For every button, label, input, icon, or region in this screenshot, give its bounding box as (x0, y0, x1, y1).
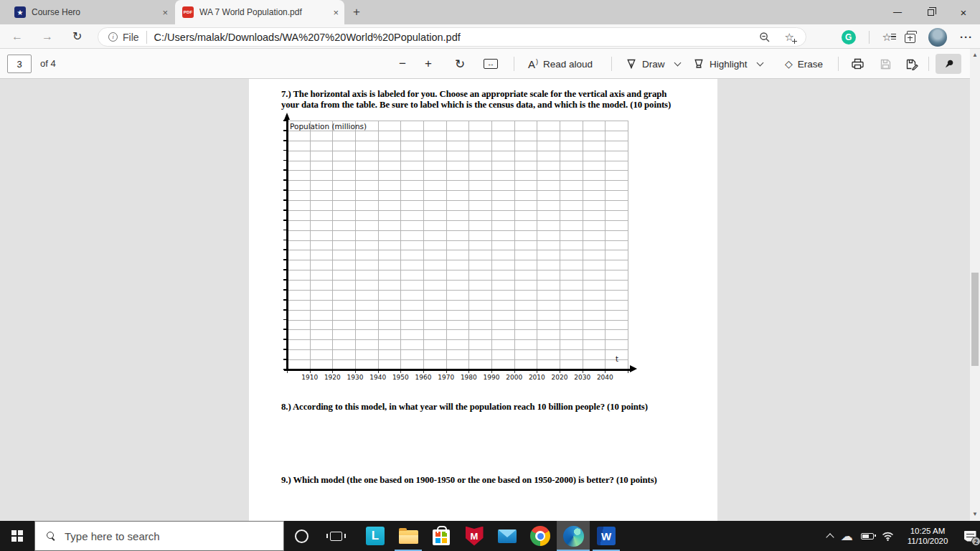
print-button[interactable] (851, 49, 864, 79)
x-tick-label: 2030 (570, 374, 595, 381)
taskbar-app-store[interactable] (425, 521, 458, 551)
zoom-out-button[interactable]: − (399, 49, 406, 79)
taskbar-clock[interactable]: 10:25 AM 11/10/2020 (902, 526, 953, 546)
zoom-indicator-icon[interactable] (759, 32, 771, 43)
taskbar-app-edge-active[interactable] (557, 521, 590, 551)
course-hero-favicon-icon: ★ (14, 6, 26, 18)
chevron-down-icon[interactable] (756, 60, 763, 67)
vertical-scrollbar[interactable]: ▲ ▼ (970, 49, 980, 521)
x-tick-label: 1950 (387, 374, 413, 381)
action-center-button[interactable]: 2 (961, 521, 979, 551)
save-icon (880, 58, 892, 70)
divider (838, 57, 839, 71)
taskbar-app-chrome[interactable] (524, 521, 557, 551)
save-as-icon (905, 58, 918, 70)
scrollbar-thumb[interactable] (971, 273, 979, 366)
tab-close-icon[interactable]: × (162, 7, 168, 18)
add-favorite-icon[interactable]: ☆ (785, 32, 794, 42)
refresh-button[interactable]: ↻ (72, 29, 82, 44)
onedrive-cloud-icon[interactable]: ☁ (841, 529, 853, 543)
save-button[interactable] (880, 49, 892, 79)
fit-to-width-button[interactable]: ↔ (484, 49, 498, 79)
back-button[interactable]: ← (11, 29, 23, 44)
profile-avatar[interactable] (928, 28, 947, 47)
grammarly-extension-icon[interactable]: G (842, 30, 856, 44)
rotate-button[interactable]: ↻ (455, 49, 465, 79)
x-tick-label: 1930 (342, 374, 368, 381)
taskbar-app-l[interactable]: L (359, 521, 392, 551)
task-view-button[interactable] (319, 521, 353, 551)
battery-icon[interactable] (861, 533, 874, 540)
taskbar-search-input[interactable]: Type here to search (34, 521, 284, 551)
minimize-button[interactable]: — (881, 0, 914, 24)
x-tick-label: 1940 (365, 374, 391, 381)
pdf-viewer-area: 7.) The horizontal axis is labeled for y… (0, 79, 980, 521)
y-axis-label: Population (millions) (290, 122, 367, 131)
mcafee-shield-icon: M (466, 527, 484, 546)
task-view-icon (330, 532, 342, 541)
x-tick-label: 1980 (456, 374, 481, 381)
url-field[interactable]: i File C:/Users/malak/Downloads/WA%207%2… (98, 27, 806, 47)
protocol-label: File (123, 32, 139, 43)
close-button[interactable]: × (947, 0, 980, 24)
taskbar-apps: L M W (359, 521, 623, 551)
start-button[interactable] (0, 521, 34, 551)
url-text: C:/Users/malak/Downloads/WA%207%20World%… (154, 32, 753, 43)
search-icon (47, 532, 55, 540)
draw-button[interactable]: Draw (626, 49, 680, 79)
wifi-icon[interactable] (882, 532, 894, 541)
restore-button[interactable] (914, 0, 947, 24)
fit-width-icon: ↔ (484, 59, 498, 69)
forward-button[interactable]: → (42, 29, 53, 44)
page-number-input[interactable]: 3 (7, 55, 32, 73)
tab-course-hero[interactable]: ★ Course Hero × (7, 0, 174, 24)
x-tick-label: 1990 (479, 374, 504, 381)
highlight-button[interactable]: Highlight (693, 49, 763, 79)
question-8: 8.) According to this model, in what yea… (281, 402, 648, 413)
edge-icon (563, 526, 584, 547)
show-hidden-icons-chevron[interactable] (826, 533, 834, 541)
save-as-button[interactable] (905, 49, 918, 79)
taskbar-app-word[interactable]: W (590, 521, 623, 551)
tab-title: WA 7 World Population.pdf (199, 7, 329, 17)
zoom-in-button[interactable]: + (425, 49, 432, 79)
erase-button[interactable]: ◇ Erase (785, 49, 823, 79)
taskbar: Type here to search L M W ☁ 10 (0, 521, 980, 551)
new-tab-button[interactable]: + (353, 6, 360, 19)
collections-icon[interactable] (905, 34, 915, 43)
x-tick-label: 2000 (501, 374, 527, 381)
windows-logo-icon (11, 530, 24, 542)
chevron-down-icon[interactable] (674, 60, 681, 67)
notification-badge: 2 (971, 537, 980, 546)
taskbar-app-mcafee[interactable]: M (458, 521, 491, 551)
favorites-bar-icon[interactable]: ☆ (882, 32, 892, 42)
scroll-down-icon[interactable]: ▼ (970, 509, 980, 519)
list-lines-icon (891, 34, 896, 40)
taskbar-app-mail[interactable] (491, 521, 524, 551)
scroll-up-icon[interactable]: ▲ (970, 50, 980, 60)
l-app-icon: L (366, 527, 385, 545)
pdf-toolbar: 3 of 4 − + ↻ ↔ A) Read aloud Draw Highli… (0, 49, 980, 79)
address-bar: ← → ↻ i File C:/Users/malak/Downloads/WA… (0, 24, 980, 49)
time: 10:25 AM (910, 527, 946, 535)
y-axis (286, 119, 288, 371)
browser-titlebar: ★ Course Hero × PDF WA 7 World Populatio… (0, 0, 980, 24)
read-aloud-button[interactable]: A) Read aloud (528, 49, 593, 79)
x-tick-label: 2040 (592, 374, 618, 381)
settings-menu-icon[interactable]: ··· (960, 31, 973, 43)
pin-toolbar-button[interactable] (936, 54, 961, 74)
cortana-button[interactable] (284, 521, 319, 551)
taskbar-app-file-explorer[interactable] (392, 521, 425, 551)
printer-icon (851, 57, 864, 70)
question-9: 9.) Which model (the one based on 1900-1… (281, 475, 657, 486)
x-axis-arrow-icon (630, 365, 637, 372)
x-tick-label: 2020 (547, 374, 573, 381)
x-tick-label: 1960 (410, 374, 436, 381)
tab-pdf-active[interactable]: PDF WA 7 World Population.pdf × (175, 0, 344, 24)
tab-close-icon[interactable]: × (333, 7, 339, 18)
eraser-icon: ◇ (785, 58, 793, 70)
plus-icon (792, 39, 797, 44)
system-tray: ☁ 10:25 AM 11/10/2020 2 (827, 521, 979, 551)
cortana-icon (295, 529, 308, 543)
page-info-icon[interactable]: i (108, 32, 118, 42)
